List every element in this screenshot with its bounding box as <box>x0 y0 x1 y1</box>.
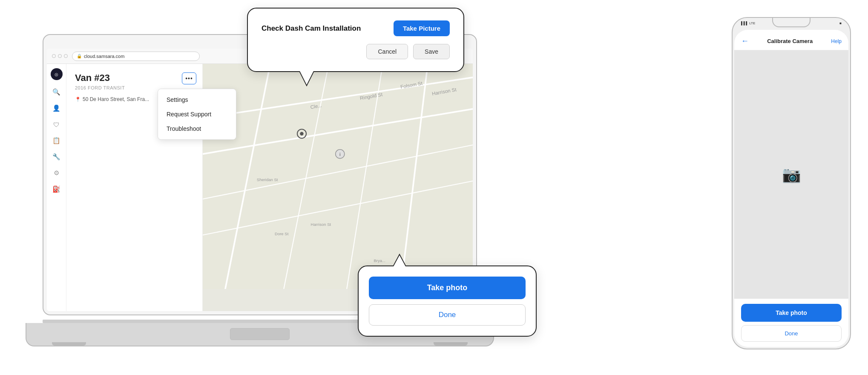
sidebar-fuel-icon[interactable]: ⛽ <box>52 185 61 193</box>
dropdown-request-support[interactable]: Request Support <box>158 107 236 121</box>
minimize-dot <box>58 54 62 58</box>
url-text: cloud.samsara.com <box>84 54 124 59</box>
phone-header: ← Calibrate Camera Help <box>734 30 848 50</box>
svg-text:Brya...: Brya... <box>374 258 385 263</box>
sidebar-logo: ◎ <box>51 68 63 80</box>
take-photo-button[interactable]: Take photo <box>369 277 526 299</box>
pin-icon: 📍 <box>75 97 81 102</box>
address-bar[interactable]: 🔒 cloud.samsara.com <box>72 52 200 61</box>
svg-point-19 <box>300 132 303 136</box>
window-controls <box>52 54 68 58</box>
svg-text:Dore St: Dore St <box>275 231 289 236</box>
svg-text:Harrison St: Harrison St <box>311 222 331 227</box>
popup-actions: Cancel Save <box>262 44 450 59</box>
address-text: 50 De Haro Street, San Fra... <box>83 96 149 102</box>
phone: ▌▌▌ LTE ■ ← Calibrate Camera Help 📷 Take… <box>732 17 851 349</box>
lock-icon: 🔒 <box>77 54 82 58</box>
phone-screen: ← Calibrate Camera Help 📷 Take photo Don… <box>734 30 848 347</box>
svg-text:i: i <box>339 151 341 157</box>
done-button[interactable]: Done <box>369 304 526 326</box>
cancel-button[interactable]: Cancel <box>366 44 408 59</box>
right-foot <box>434 342 468 346</box>
vehicle-name: Van #23 <box>75 72 194 84</box>
sidebar-doc-icon[interactable]: 📋 <box>52 136 61 145</box>
phone-outer: ▌▌▌ LTE ■ ← Calibrate Camera Help 📷 Take… <box>732 17 851 349</box>
dropdown-menu: Settings Request Support Troubleshoot <box>158 89 236 140</box>
signal-icon: ▌▌▌ LTE <box>741 21 755 25</box>
svg-text:Sheridan St: Sheridan St <box>257 177 278 182</box>
trackpad <box>230 328 290 340</box>
takephoto-popup: Take photo Done <box>358 265 537 337</box>
dropdown-settings[interactable]: Settings <box>158 92 236 107</box>
take-picture-button[interactable]: Take Picture ↖ <box>394 20 450 36</box>
phone-bottom-actions: Take photo Done <box>734 299 848 347</box>
phone-back-button[interactable]: ← <box>741 37 749 46</box>
map-svg: Folsom St Harrison St Ringold St Cle... … <box>203 64 473 289</box>
sidebar: ◎ 🔍 👤 🛡 📋 🔧 ⚙ ⛽ <box>47 64 66 311</box>
phone-status-bar: ▌▌▌ LTE ■ <box>733 21 850 25</box>
sidebar-search-icon[interactable]: 🔍 <box>52 88 61 96</box>
cursor-icon: ↖ <box>440 34 445 42</box>
save-button[interactable]: Save <box>413 44 450 59</box>
phone-done-button[interactable]: Done <box>741 325 842 342</box>
popup-title: Check Dash Cam Installation <box>262 24 361 33</box>
sidebar-shield-icon[interactable]: 🛡 <box>52 120 61 129</box>
phone-camera-area: 📷 <box>734 50 848 299</box>
take-picture-label: Take Picture <box>403 25 440 32</box>
sidebar-wrench-icon[interactable]: 🔧 <box>52 153 61 161</box>
camera-icon: 📷 <box>782 166 801 184</box>
dashcam-popup: Check Dash Cam Installation Take Picture… <box>247 8 464 72</box>
phone-help-button[interactable]: Help <box>831 38 842 44</box>
sidebar-people-icon[interactable]: 👤 <box>52 104 61 112</box>
dropdown-troubleshoot[interactable]: Troubleshoot <box>158 121 236 136</box>
close-dot <box>52 54 56 58</box>
battery-icon: ■ <box>839 21 842 25</box>
phone-screen-title: Calibrate Camera <box>767 38 813 44</box>
three-dots-button[interactable]: ••• <box>182 72 196 84</box>
phone-take-photo-button[interactable]: Take photo <box>741 304 842 322</box>
vehicle-panel: Van #23 2016 FORD TRANSIT 📍 50 De Haro S… <box>66 64 203 311</box>
sidebar-branch-icon[interactable]: ⚙ <box>52 169 61 177</box>
left-foot <box>52 342 86 346</box>
popup-header-row: Check Dash Cam Installation Take Picture… <box>262 20 450 36</box>
maximize-dot <box>64 54 68 58</box>
